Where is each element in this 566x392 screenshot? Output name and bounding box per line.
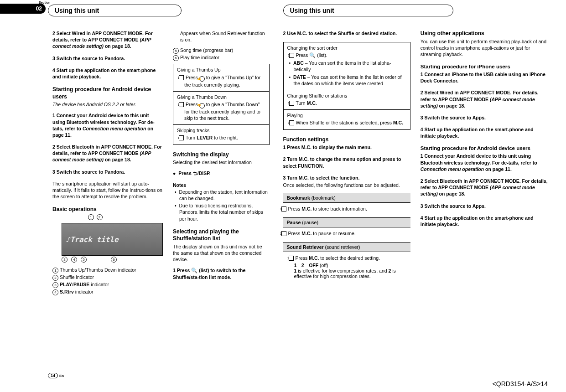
function-row: Bookmark (bookmark) <box>283 193 410 203</box>
step-desc: Once selected, the following functions c… <box>283 182 410 188</box>
column-4: Using other applications You can use thi… <box>421 30 548 282</box>
column-3: 2 Use M.C. to select the Shuffle or desi… <box>283 30 410 282</box>
step: 2 Select Wired in APP CONNECT MODE. For … <box>421 89 548 109</box>
section-number-tab: 02 <box>0 4 46 14</box>
step: 2 Select Bluetooth in APP CONNECT MODE. … <box>421 178 548 197</box>
other-desc: You can use this unit to perform streami… <box>421 38 548 58</box>
function-row: Pause (pause) <box>283 217 410 227</box>
function-desc: 1Press M.C. to select the desired settin… <box>283 252 410 281</box>
note-item: • Depending on the station, text informa… <box>173 189 270 201</box>
step: 3 Switch the source to Apps. <box>421 203 548 209</box>
step: 2 Use M.C. to select the Shuffle or desi… <box>283 30 410 36</box>
callouts-top: 1 2 <box>62 214 163 220</box>
heading-shuffle: Selecting and playing the Shuffle/statio… <box>173 228 270 242</box>
step: 3 Switch the source to Apps. <box>421 114 548 121</box>
thumbs-box: Giving a Thumbs Up1Press 👍 to give a "Th… <box>173 64 270 144</box>
function-row: Sound Retriever (sound retriever) <box>283 242 410 252</box>
list-icon: 🔍 <box>309 52 316 58</box>
thumbs-up-icon: 👍 <box>199 76 205 82</box>
switch-desc: Selecting the desired text information <box>173 159 270 165</box>
step: 1 Connect your Android device to this un… <box>52 112 163 138</box>
shuffle-desc: The display shown on this unit may not b… <box>173 243 270 263</box>
footer-code: <QRD3154-A/S>14 <box>493 380 548 387</box>
step: 1 Press 🔍 (list) to switch to the Shuffl… <box>173 267 270 280</box>
page-number: 14En <box>48 373 64 378</box>
sort-box: Changing the sort order 1Press 🔍 (list).… <box>283 42 410 129</box>
left-page: Using this unit 2 Select Wired in APP CO… <box>5 5 270 296</box>
step: 2 Turn M.C. to change the menu option an… <box>283 156 410 169</box>
step: ● Press ⮌/DISP. <box>173 170 270 177</box>
legend: 1Thumbs Up/Thumbs Down indicator 2Shuffl… <box>52 267 163 295</box>
heading-function: Function settings <box>283 136 410 144</box>
step: 4 Start up the application on the smart-… <box>52 67 163 80</box>
heading-other: Using other applications <box>421 30 548 37</box>
header-title-right: Using this unit <box>283 5 453 16</box>
function-desc: 1Press M.C. to pause or resume. <box>283 228 410 239</box>
heading-iphone: Starting procedure for iPhone users <box>421 64 548 69</box>
heading-switching: Switching the display <box>173 151 270 159</box>
column-2: Appears when Sound Retriever function is… <box>173 30 270 296</box>
list-icon: 🔍 <box>191 268 197 273</box>
step: 4 Start up the application on the smart-… <box>421 126 548 139</box>
step: 1 Press M.C. to display the main menu. <box>283 144 410 150</box>
note-item: • Due to music licensing restrictions, P… <box>173 202 270 222</box>
page-spread: Using this unit 2 Select Wired in APP CO… <box>0 0 566 296</box>
android-note: The device has Android OS 2.2 or later. <box>52 101 163 108</box>
heading-android: Starting procedure for Android device us… <box>421 145 548 151</box>
step: 2 Select Wired in APP CONNECT MODE. For … <box>52 30 163 50</box>
step: 3 Switch the source to Pandora. <box>52 55 163 62</box>
step-desc: The smartphone application will start up… <box>52 181 163 200</box>
heading-android: Starting procedure for Android device us… <box>52 86 163 100</box>
step: 3 Switch the source to Pandora. <box>52 169 163 175</box>
disp-icon: ⮌ <box>193 171 197 176</box>
thumbs-down-icon: 👎 <box>199 103 205 108</box>
function-desc: 1Press M.C. to store track information. <box>283 204 410 215</box>
right-page: Using this unit 2 Use M.C. to select the… <box>283 5 548 296</box>
header-title-left: Using this unit <box>48 5 182 16</box>
step: 1 Connect an iPhone to the USB cable usi… <box>421 71 548 84</box>
step: 1 Connect your Android device to this un… <box>421 153 548 172</box>
step: 4 Start up the application on the smart-… <box>421 215 548 227</box>
legend-cont: Appears when Sound Retriever function is… <box>173 30 270 43</box>
callouts-bottom: 3 4 5 6 <box>62 257 163 263</box>
step: 2 Select Bluetooth in APP CONNECT MODE. … <box>52 144 163 163</box>
display-screenshot: ♪Track title <box>62 223 163 256</box>
heading-basic: Basic operations <box>52 206 163 213</box>
step: 3 Turn M.C. to select the function. <box>283 175 410 181</box>
legend-cont: 5Song time (progress bar) 6Play time ind… <box>173 47 270 61</box>
column-1: 2 Select Wired in APP CONNECT MODE. For … <box>5 30 163 296</box>
notes-heading: Notes <box>173 182 270 188</box>
